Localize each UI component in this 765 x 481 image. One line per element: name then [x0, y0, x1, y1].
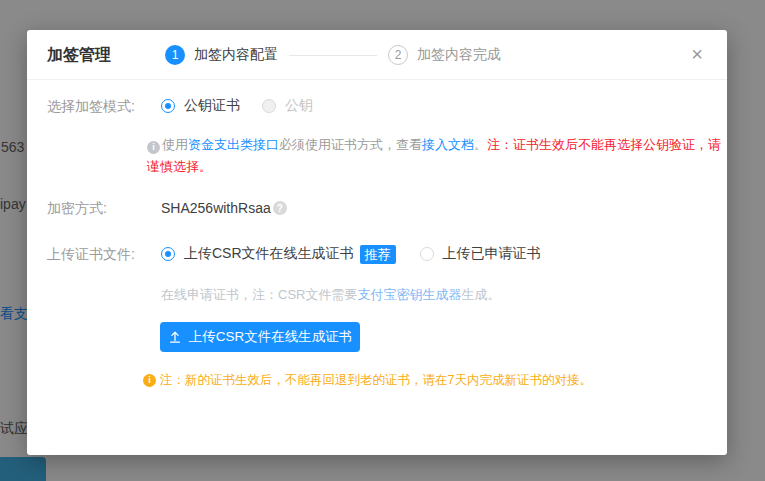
radio-label: 公钥证书 — [184, 97, 240, 115]
note-text: 在线申请证书，注：CSR文件需要 — [161, 287, 357, 302]
radio-public-key: 公钥 — [262, 97, 313, 115]
step-1-indicator: 1 — [165, 45, 185, 65]
radio-checked-icon[interactable] — [161, 99, 175, 113]
upload-button-label: 上传CSR文件在线生成证书 — [189, 328, 353, 346]
key-generator-link[interactable]: 支付宝密钥生成器 — [357, 287, 461, 302]
step-1-label: 加签内容配置 — [194, 46, 278, 64]
radio-upload-existing-cert[interactable]: 上传已申请证书 — [420, 245, 541, 263]
radio-unchecked-icon[interactable] — [420, 247, 434, 261]
note-text: 必须使用证书方式，查看 — [279, 137, 422, 152]
radio-public-key-cert[interactable]: 公钥证书 — [161, 97, 240, 115]
radio-checked-icon[interactable] — [161, 247, 175, 261]
csr-note: 在线申请证书，注：CSR文件需要支付宝密钥生成器生成。 — [161, 286, 500, 304]
encrypt-algorithm-value: SHA256withRsaa — [161, 200, 271, 216]
signature-management-dialog: 加签管理 1 加签内容配置 2 加签内容完成 × 选择加签模式: 公钥证书 公钥 — [27, 30, 727, 455]
close-icon[interactable]: × — [685, 42, 709, 66]
step-2-indicator: 2 — [388, 45, 408, 65]
radio-label: 公钥 — [285, 97, 313, 115]
radio-label: 上传已申请证书 — [443, 245, 541, 263]
radio-upload-csr[interactable]: 上传CSR文件在线生成证书 推荐 — [161, 245, 396, 264]
step-2-label: 加签内容完成 — [417, 46, 501, 64]
mode-radio-group: 公钥证书 公钥 — [161, 96, 313, 116]
encrypt-row-label: 加密方式: — [47, 200, 107, 218]
note-text: 注：新的证书生效后，不能再回退到老的证书，请在7天内完成新证书的对接。 — [160, 371, 592, 389]
mode-note: i使用资金支出类接口必须使用证书方式，查看接入文档。注：证书生效后不能再选择公钥… — [147, 134, 722, 178]
cert-switch-note: i 注：新的证书生效后，不能再回退到老的证书，请在7天内完成新证书的对接。 — [143, 371, 592, 389]
note-text: 使用 — [162, 137, 188, 152]
warning-text: 注：证书生效后不能再选择公钥验证，请 — [487, 137, 721, 152]
step-connector — [289, 55, 377, 56]
funds-api-link[interactable]: 资金支出类接口 — [188, 137, 279, 152]
encrypt-value-row: SHA256withRsaa ? — [161, 200, 287, 216]
info-icon: i — [147, 141, 160, 154]
upload-csr-button[interactable]: 上传CSR文件在线生成证书 — [160, 322, 360, 352]
upload-icon — [168, 330, 182, 344]
note-text: 生成。 — [461, 287, 500, 302]
note-text: 。 — [474, 137, 487, 152]
dialog-title: 加签管理 — [47, 30, 111, 80]
warning-icon: i — [143, 374, 156, 387]
screen: 563 ipay 看支 试应 加签管理 1 加签内容配置 2 加签内容完成 × … — [0, 0, 765, 481]
warning-text: 谨慎选择。 — [147, 156, 722, 178]
upload-row-label: 上传证书文件: — [47, 246, 135, 264]
mode-row-label: 选择加签模式: — [47, 98, 135, 116]
wizard-steps: 1 加签内容配置 2 加签内容完成 — [165, 30, 501, 80]
radio-label: 上传CSR文件在线生成证书 — [184, 245, 354, 263]
dialog-header: 加签管理 1 加签内容配置 2 加签内容完成 × — [27, 30, 727, 80]
radio-disabled-icon — [262, 99, 276, 113]
recommended-badge: 推荐 — [360, 245, 396, 264]
upload-radio-group: 上传CSR文件在线生成证书 推荐 上传已申请证书 — [161, 244, 541, 264]
help-icon[interactable]: ? — [273, 201, 287, 215]
docs-link[interactable]: 接入文档 — [422, 137, 474, 152]
